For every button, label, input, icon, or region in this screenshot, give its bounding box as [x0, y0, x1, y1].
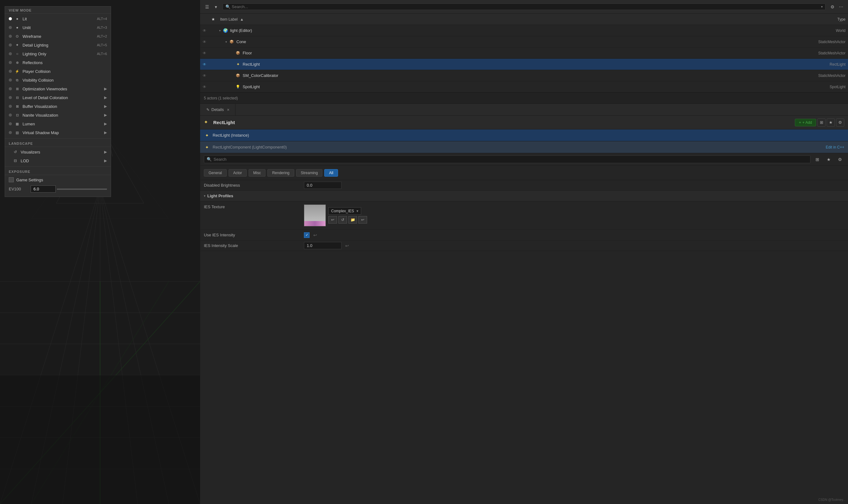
- row-eye-light-editor[interactable]: 👁: [203, 29, 210, 33]
- lit-label: Lit: [22, 17, 97, 21]
- search-container: 🔍 ▾: [223, 3, 826, 10]
- vsm-label: Virtual Shadow Map: [22, 130, 102, 135]
- menu-dot-wireframe: [9, 35, 12, 38]
- menu-dot-unlit: [9, 26, 12, 29]
- spotlight-type: SpotLight: [783, 85, 846, 89]
- menu-dot-visibility-collision: [9, 78, 12, 82]
- menu-item-lit[interactable]: ● Lit ALT+4: [5, 14, 111, 23]
- menu-item-buffer-visualization[interactable]: ⊠ Buffer Visualization ▶: [5, 102, 111, 111]
- use-ies-intensity-reset[interactable]: ↩: [313, 233, 317, 238]
- nanite-arrow: ▶: [104, 113, 107, 117]
- lighting-only-icon: ○: [14, 51, 20, 57]
- menu-item-virtual-shadow-map[interactable]: ▧ Virtual Shadow Map ▶: [5, 128, 111, 137]
- details-search-field[interactable]: [214, 157, 808, 162]
- lod-landscape-arrow: ▶: [104, 159, 107, 163]
- light-editor-label: light (Editor): [230, 28, 783, 33]
- row-eye-floor[interactable]: 👁: [203, 51, 210, 55]
- lod-landscape-icon: ⊟: [13, 158, 18, 163]
- row-eye-rectlight[interactable]: 👁: [203, 62, 210, 67]
- ies-reset-button[interactable]: ↩: [358, 216, 367, 223]
- menu-item-unlit[interactable]: ● Unlit ALT+3: [5, 23, 111, 32]
- search-dropdown-arrow[interactable]: ▾: [821, 5, 823, 8]
- menu-item-reflections[interactable]: ⊕ Reflections: [5, 58, 111, 67]
- ies-intensity-scale-input[interactable]: [304, 242, 341, 249]
- outliner-options-button[interactable]: ⋯: [837, 2, 846, 11]
- tab-general[interactable]: General: [204, 169, 227, 177]
- table-row[interactable]: 👁 📦 SM_ColorCalibrator StaticMeshActor: [200, 70, 848, 81]
- filter-icon-button[interactable]: ☰: [203, 2, 211, 11]
- menu-item-lighting-only[interactable]: ○ Lighting Only ALT+6: [5, 49, 111, 58]
- grid-view-button[interactable]: ⊞: [817, 119, 826, 127]
- visualizers-icon: ↺: [13, 149, 18, 155]
- expand-cone[interactable]: ▾: [224, 40, 228, 44]
- tab-rendering[interactable]: Rendering: [267, 169, 294, 177]
- menu-item-lod-landscape[interactable]: ⊟ LOD ▶: [5, 156, 111, 165]
- details-star-button[interactable]: ★: [824, 155, 833, 164]
- table-row[interactable]: 👁 ▾ 📦 Cone StaticMeshActor: [200, 36, 848, 48]
- menu-item-player-collision[interactable]: ⚡ Player Collision: [5, 67, 111, 76]
- menu-item-lumen[interactable]: ▦ Lumen ▶: [5, 120, 111, 128]
- table-row[interactable]: 👁 💡 SpotLight SpotLight: [200, 81, 848, 92]
- instance-row-main[interactable]: ✦ RectLight (Instance): [200, 129, 848, 141]
- menu-dot-player-collision: [9, 70, 12, 73]
- tab-actor[interactable]: Actor: [229, 169, 247, 177]
- table-row[interactable]: 👁 ✦ RectLight RectLight: [200, 59, 848, 70]
- expand-sm-colorcalibrator: [230, 73, 235, 78]
- menu-item-visualizers[interactable]: ↺ Visualizers ▶: [5, 148, 111, 156]
- landscape-section-header: LANDSCAPE: [5, 140, 111, 147]
- ies-folder-button[interactable]: 📁: [348, 216, 357, 223]
- ies-thumbnail[interactable]: [304, 204, 326, 227]
- ev100-slider[interactable]: [57, 188, 107, 190]
- use-ies-intensity-checkbox[interactable]: ✓: [304, 232, 310, 238]
- tab-details[interactable]: ✎ Details ×: [203, 104, 235, 116]
- menu-item-detail-lighting[interactable]: ✦ Detail Lighting ALT+5: [5, 41, 111, 49]
- rectlight-icon: ✦: [235, 61, 241, 67]
- menu-item-wireframe[interactable]: ⊙ Wireframe ALT+2: [5, 32, 111, 41]
- game-settings-row[interactable]: Game Settings: [5, 176, 111, 184]
- table-row[interactable]: 👁 ▾ 🌍 light (Editor) World: [200, 25, 848, 36]
- ev100-input[interactable]: [31, 185, 56, 193]
- add-label: + Add: [802, 120, 812, 125]
- menu-item-optimization-viewmodes[interactable]: ⊞ Optimization Viewmodes ▶: [5, 85, 111, 93]
- ies-browse-button[interactable]: ↺: [338, 216, 347, 223]
- menu-dot-vsm: [9, 131, 12, 134]
- menu-item-nanite[interactable]: ⊡ Nanite Visualization ▶: [5, 111, 111, 120]
- ies-texture-row: IES Texture Complex_IES ▾: [200, 201, 848, 230]
- actor-count-text: 5 actors (1 selected): [204, 96, 238, 101]
- actor-count-bar: 5 actors (1 selected): [200, 92, 848, 104]
- spotlight-label: SpotLight: [242, 85, 783, 89]
- table-row[interactable]: 👁 📦 Floor StaticMeshActor: [200, 48, 848, 59]
- expand-light-editor[interactable]: ▾: [218, 29, 222, 33]
- menu-item-visibility-collision[interactable]: ⧉ Visibility Collision: [5, 76, 111, 85]
- dropdown-icon-button[interactable]: ▾: [211, 2, 220, 11]
- ies-intensity-scale-reset[interactable]: ↩: [345, 243, 349, 248]
- ies-dropdown[interactable]: Complex_IES ▾: [328, 207, 361, 215]
- outliner-search-input[interactable]: [232, 4, 821, 9]
- row-eye-spotlight[interactable]: 👁: [203, 85, 210, 89]
- more-options-button[interactable]: ⚙: [836, 119, 844, 127]
- menu-item-level-of-detail[interactable]: ⊟ Level of Detail Coloration ▶: [5, 93, 111, 102]
- tab-streaming[interactable]: Streaming: [296, 169, 323, 177]
- details-settings-button[interactable]: ⚙: [835, 155, 844, 164]
- instance-row-component[interactable]: ✦ RectLightComponent (LightComponent0) E…: [200, 141, 848, 153]
- ies-back-button[interactable]: ↩: [328, 216, 337, 223]
- add-button[interactable]: + + Add: [795, 119, 816, 126]
- light-profiles-section[interactable]: ▾ Light Profiles: [200, 191, 848, 201]
- row-eye-sm-colorcalibrator[interactable]: 👁: [203, 73, 210, 78]
- view-mode-panel: VIEW MODE ● Lit ALT+4 ● Unlit ALT+3 ⊙ Wi…: [5, 6, 111, 197]
- row-eye-cone[interactable]: 👁: [203, 40, 210, 44]
- details-grid-button[interactable]: ⊞: [813, 155, 822, 164]
- edit-in-cpp-button[interactable]: Edit in C++: [826, 145, 844, 149]
- ies-texture-name: Complex_IES: [331, 209, 354, 213]
- lit-icon: ●: [14, 16, 20, 22]
- optimization-icon: ⊞: [14, 86, 20, 92]
- disabled-brightness-input[interactable]: [304, 182, 341, 189]
- settings-icon-button[interactable]: ⚙: [828, 2, 837, 11]
- ev100-row: EV100: [5, 184, 111, 194]
- tab-all[interactable]: All: [324, 169, 338, 177]
- favorites-button[interactable]: ★: [827, 119, 835, 127]
- tab-misc[interactable]: Misc: [249, 169, 266, 177]
- details-close-button[interactable]: ×: [225, 107, 231, 113]
- game-settings-checkbox[interactable]: [9, 177, 14, 182]
- lod-landscape-label: LOD: [21, 159, 102, 163]
